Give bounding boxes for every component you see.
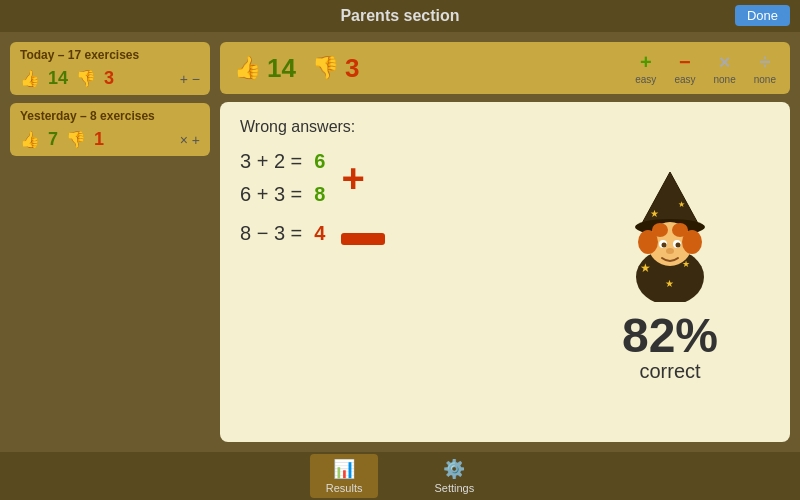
yesterday-session-stats: 👍 7 👎 1 × +	[20, 129, 200, 150]
svg-text:★: ★	[650, 208, 659, 219]
op-plus-label: easy	[635, 74, 656, 85]
today-ops-icons: + −	[180, 71, 200, 87]
wrong-answers-section: Wrong answers: 3 + 2 = 6 6 + 3 = 8	[240, 118, 570, 426]
bottom-bar: 📊 Results ⚙️ Settings	[0, 452, 800, 500]
yesterday-correct-count: 7	[48, 129, 58, 150]
correct-label: correct	[639, 360, 700, 383]
settings-button[interactable]: ⚙️ Settings	[418, 454, 490, 498]
yesterday-thumb-up-icon: 👍	[20, 130, 40, 149]
stats-header: 👍 14 👎 3 + easy − easy × none	[220, 42, 790, 94]
title-bar: Parents section Done	[0, 0, 800, 32]
problem-1-answer: 6	[314, 150, 325, 173]
problem-3-answer: 4	[314, 222, 325, 245]
problem-2-expr: 6 + 3 =	[240, 183, 302, 206]
header-thumb-down-icon: 👎	[312, 55, 339, 81]
header-correct-count: 14	[267, 53, 296, 84]
wizard-character: ★ ★ ★ ★ ★	[610, 162, 730, 302]
content-area: Wrong answers: 3 + 2 = 6 6 + 3 = 8	[220, 102, 790, 442]
op-divide-label: none	[754, 74, 776, 85]
yesterday-session-card: Yesterday – 8 exercises 👍 7 👎 1 × +	[10, 103, 210, 156]
character-section: ★ ★ ★ ★ ★	[570, 118, 770, 426]
op-divide-symbol: ÷	[759, 52, 770, 72]
wrong-answers-title: Wrong answers:	[240, 118, 570, 136]
op-btn-group: + easy − easy × none ÷ none	[635, 52, 776, 85]
today-wrong-count: 3	[104, 68, 114, 89]
header-thumb-up-icon: 👍	[234, 55, 261, 81]
results-icon: 📊	[333, 458, 355, 480]
svg-text:★: ★	[665, 278, 674, 289]
op-minus-symbol: −	[679, 52, 691, 72]
header-correct-stat: 👍 14	[234, 53, 296, 84]
settings-label: Settings	[434, 482, 474, 494]
today-session-title: Today – 17 exercises	[20, 48, 200, 62]
settings-icon: ⚙️	[443, 458, 465, 480]
today-session-card: Today – 17 exercises 👍 14 👎 3 + −	[10, 42, 210, 95]
results-label: Results	[326, 482, 363, 494]
svg-text:★: ★	[640, 261, 651, 275]
problem-3: 8 − 3 = 4	[240, 222, 325, 245]
problem-2: 6 + 3 = 8	[240, 183, 325, 206]
today-correct-count: 14	[48, 68, 68, 89]
header-wrong-stat: 👎 3	[312, 53, 359, 84]
svg-point-16	[676, 242, 681, 247]
today-thumb-up-icon: 👍	[20, 69, 40, 88]
yesterday-session-title: Yesterday – 8 exercises	[20, 109, 200, 123]
svg-point-15	[662, 242, 667, 247]
op-times-symbol: ×	[719, 52, 731, 72]
svg-text:★: ★	[678, 200, 685, 209]
right-panel: 👍 14 👎 3 + easy − easy × none	[220, 42, 790, 442]
results-button[interactable]: 📊 Results	[310, 454, 379, 498]
main-content: Today – 17 exercises 👍 14 👎 3 + − Yester…	[0, 32, 800, 452]
addition-problems: 3 + 2 = 6 6 + 3 = 8	[240, 150, 325, 216]
header-wrong-count: 3	[345, 53, 359, 84]
op-divide-btn[interactable]: ÷ none	[754, 52, 776, 85]
plus-indicator-symbol: +	[341, 156, 364, 200]
percent-display: 82%	[622, 312, 718, 360]
minus-indicator-symbol	[341, 233, 385, 245]
left-panel: Today – 17 exercises 👍 14 👎 3 + − Yester…	[10, 42, 210, 442]
op-plus-btn[interactable]: + easy	[635, 52, 656, 85]
op-minus-btn[interactable]: − easy	[674, 52, 695, 85]
problem-3-expr: 8 − 3 =	[240, 222, 302, 245]
op-times-label: none	[714, 74, 736, 85]
svg-marker-0	[640, 172, 700, 227]
yesterday-ops-icons: × +	[180, 132, 200, 148]
done-button[interactable]: Done	[735, 5, 790, 26]
svg-point-11	[652, 223, 668, 237]
today-session-stats: 👍 14 👎 3 + −	[20, 68, 200, 89]
plus-indicator: +	[341, 150, 364, 198]
problem-1: 3 + 2 = 6	[240, 150, 325, 173]
svg-point-12	[672, 223, 688, 237]
svg-point-17	[666, 248, 674, 254]
yesterday-thumb-down-icon: 👎	[66, 130, 86, 149]
page-title: Parents section	[340, 7, 459, 25]
today-thumb-down-icon: 👎	[76, 69, 96, 88]
op-minus-label: easy	[674, 74, 695, 85]
problem-2-answer: 8	[314, 183, 325, 206]
op-plus-symbol: +	[640, 52, 652, 72]
problem-1-expr: 3 + 2 =	[240, 150, 302, 173]
op-times-btn[interactable]: × none	[714, 52, 736, 85]
yesterday-wrong-count: 1	[94, 129, 104, 150]
